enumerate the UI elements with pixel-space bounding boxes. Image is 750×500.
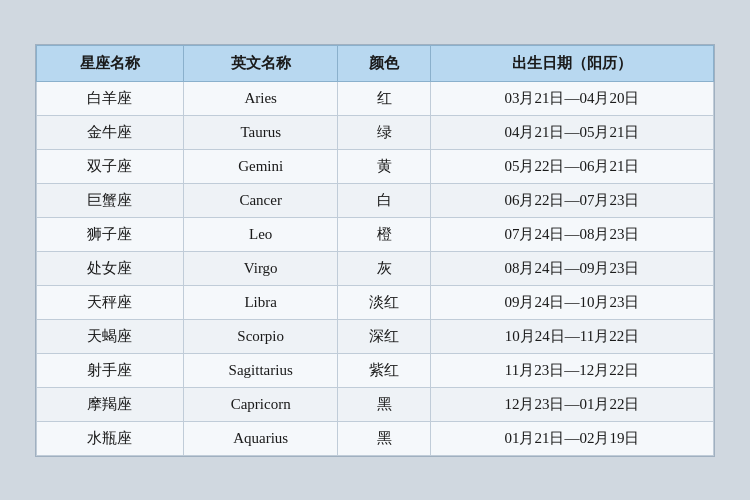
table-row: 处女座Virgo灰08月24日—09月23日 [37,251,714,285]
table-row: 狮子座Leo橙07月24日—08月23日 [37,217,714,251]
chinese-name-cell: 巨蟹座 [37,183,184,217]
chinese-name-cell: 天蝎座 [37,319,184,353]
english-name-cell: Leo [183,217,338,251]
color-cell: 黑 [338,387,431,421]
english-name-cell: Scorpio [183,319,338,353]
english-name-cell: Taurus [183,115,338,149]
color-cell: 淡红 [338,285,431,319]
table-row: 白羊座Aries红03月21日—04月20日 [37,81,714,115]
header-chinese-name: 星座名称 [37,45,184,81]
dates-cell: 09月24日—10月23日 [430,285,713,319]
chinese-name-cell: 双子座 [37,149,184,183]
dates-cell: 06月22日—07月23日 [430,183,713,217]
dates-cell: 01月21日—02月19日 [430,421,713,455]
dates-cell: 12月23日—01月22日 [430,387,713,421]
header-color: 颜色 [338,45,431,81]
chinese-name-cell: 水瓶座 [37,421,184,455]
table-row: 金牛座Taurus绿04月21日—05月21日 [37,115,714,149]
chinese-name-cell: 狮子座 [37,217,184,251]
dates-cell: 07月24日—08月23日 [430,217,713,251]
color-cell: 黄 [338,149,431,183]
chinese-name-cell: 白羊座 [37,81,184,115]
table-row: 巨蟹座Cancer白06月22日—07月23日 [37,183,714,217]
color-cell: 深红 [338,319,431,353]
color-cell: 紫红 [338,353,431,387]
table-header-row: 星座名称 英文名称 颜色 出生日期（阳历） [37,45,714,81]
table-row: 天蝎座Scorpio深红10月24日—11月22日 [37,319,714,353]
zodiac-table-container: 星座名称 英文名称 颜色 出生日期（阳历） 白羊座Aries红03月21日—04… [35,44,715,457]
dates-cell: 05月22日—06月21日 [430,149,713,183]
chinese-name-cell: 金牛座 [37,115,184,149]
table-row: 天秤座Libra淡红09月24日—10月23日 [37,285,714,319]
english-name-cell: Sagittarius [183,353,338,387]
english-name-cell: Gemini [183,149,338,183]
table-row: 摩羯座Capricorn黑12月23日—01月22日 [37,387,714,421]
table-row: 水瓶座Aquarius黑01月21日—02月19日 [37,421,714,455]
zodiac-table: 星座名称 英文名称 颜色 出生日期（阳历） 白羊座Aries红03月21日—04… [36,45,714,456]
dates-cell: 03月21日—04月20日 [430,81,713,115]
dates-cell: 04月21日—05月21日 [430,115,713,149]
color-cell: 黑 [338,421,431,455]
header-english-name: 英文名称 [183,45,338,81]
english-name-cell: Aries [183,81,338,115]
dates-cell: 10月24日—11月22日 [430,319,713,353]
chinese-name-cell: 处女座 [37,251,184,285]
table-row: 射手座Sagittarius紫红11月23日—12月22日 [37,353,714,387]
chinese-name-cell: 天秤座 [37,285,184,319]
color-cell: 橙 [338,217,431,251]
chinese-name-cell: 摩羯座 [37,387,184,421]
color-cell: 绿 [338,115,431,149]
color-cell: 灰 [338,251,431,285]
english-name-cell: Virgo [183,251,338,285]
table-body: 白羊座Aries红03月21日—04月20日金牛座Taurus绿04月21日—0… [37,81,714,455]
english-name-cell: Capricorn [183,387,338,421]
chinese-name-cell: 射手座 [37,353,184,387]
dates-cell: 08月24日—09月23日 [430,251,713,285]
english-name-cell: Aquarius [183,421,338,455]
color-cell: 红 [338,81,431,115]
english-name-cell: Libra [183,285,338,319]
dates-cell: 11月23日—12月22日 [430,353,713,387]
english-name-cell: Cancer [183,183,338,217]
table-row: 双子座Gemini黄05月22日—06月21日 [37,149,714,183]
header-dates: 出生日期（阳历） [430,45,713,81]
color-cell: 白 [338,183,431,217]
